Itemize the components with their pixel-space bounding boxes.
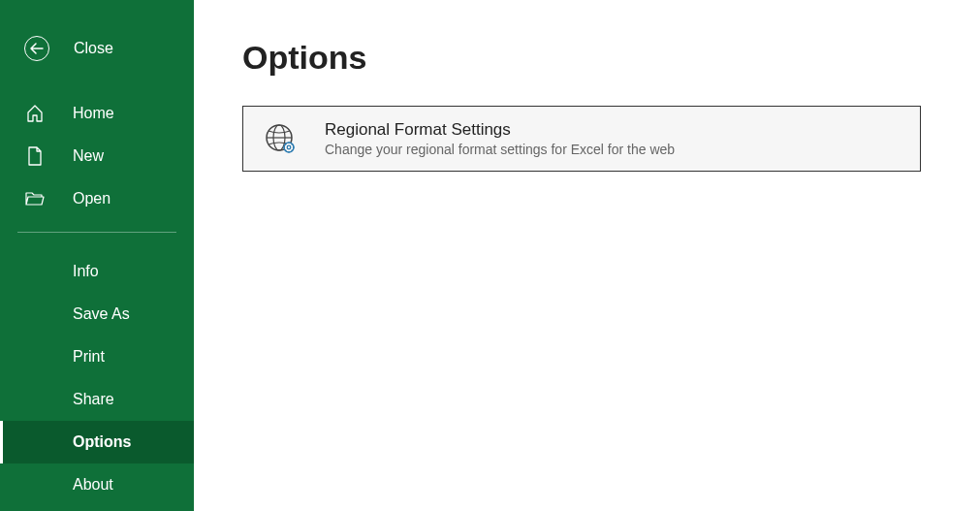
sidebar-item-home[interactable]: Home	[0, 92, 194, 135]
sidebar-item-label: Options	[24, 433, 131, 451]
sidebar-item-label: Save As	[24, 305, 130, 323]
new-file-icon	[24, 145, 46, 167]
sidebar-item-label: Print	[24, 348, 105, 366]
svg-line-10	[292, 150, 293, 151]
svg-line-12	[285, 150, 286, 151]
main-content: Options	[194, 0, 980, 511]
sidebar-item-about[interactable]: About	[0, 463, 194, 506]
sidebar-item-save-as[interactable]: Save As	[0, 293, 194, 335]
sidebar-item-info[interactable]: Info	[0, 250, 194, 293]
sidebar-item-open[interactable]: Open	[0, 177, 194, 220]
close-label: Close	[74, 40, 113, 57]
nav-top-section: Home New Open	[0, 92, 194, 220]
back-arrow-icon	[24, 36, 49, 61]
svg-line-9	[285, 144, 286, 144]
home-icon	[24, 103, 46, 124]
card-description: Change your regional format settings for…	[325, 142, 675, 157]
svg-line-11	[292, 144, 293, 144]
sidebar: Close Home New Open	[0, 0, 194, 511]
sidebar-item-new[interactable]: New	[0, 135, 194, 177]
regional-format-settings-card[interactable]: Regional Format Settings Change your reg…	[242, 106, 921, 172]
sidebar-item-print[interactable]: Print	[0, 335, 194, 378]
sidebar-item-label: About	[24, 476, 113, 494]
open-folder-icon	[24, 188, 46, 209]
card-text: Regional Format Settings Change your reg…	[325, 120, 675, 157]
globe-gear-icon	[263, 121, 298, 156]
close-button[interactable]: Close	[0, 29, 194, 68]
sidebar-item-label: Home	[73, 105, 114, 122]
sidebar-item-label: New	[73, 147, 104, 165]
sidebar-item-share[interactable]: Share	[0, 378, 194, 421]
nav-bottom-section: Info Save As Print Share Options About	[0, 250, 194, 506]
sidebar-divider	[17, 232, 176, 233]
card-title: Regional Format Settings	[325, 120, 675, 140]
sidebar-item-label: Open	[73, 190, 111, 208]
sidebar-item-label: Share	[24, 391, 114, 408]
sidebar-item-label: Info	[24, 263, 99, 280]
page-title: Options	[242, 39, 932, 77]
sidebar-item-options[interactable]: Options	[0, 421, 194, 463]
